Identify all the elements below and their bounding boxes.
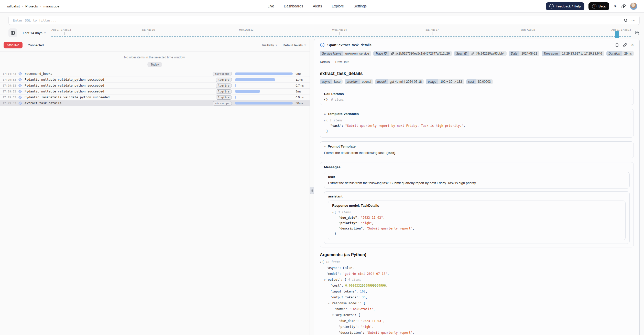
badge-service-name: Service Nameunknown_service [320,51,371,56]
python-line[interactable]: ∨'response_model': { [320,300,634,306]
live-header: Stop live Connected Visibility ∨ Default… [0,39,310,52]
default-levels-label: Default levels [283,43,303,47]
duration-bar [235,78,275,81]
default-levels-select[interactable]: Default levels ∨ [283,43,306,47]
badge-label: Date [509,51,519,56]
tree-chevron-icon[interactable]: ∨ [324,278,325,281]
copy-link-icon[interactable] [623,43,627,47]
timeline-row: Last 14 days ∨ Aug 07, 17:26:14Sat, Aug … [8,27,640,38]
badge-label: Trace ID [373,51,389,56]
span-diamond-icon [18,96,22,99]
prompt-template-title[interactable]: ∧ Prompt Template [324,144,630,148]
more-options-icon[interactable]: ··· [631,18,636,22]
link-icon[interactable] [471,52,474,55]
assistant-message-card: assistant Response model: TaskDetails ∨{… [324,191,630,244]
feedback-help-button[interactable]: ? Feedback / Help [546,2,584,10]
chevron-up-icon[interactable]: ∧ [324,112,326,115]
dock-panel-icon[interactable] [615,43,619,47]
share-link-icon[interactable] [621,4,626,8]
span-attr-badges: asyncfalseprovideropenaimodelgpt-4o-mini… [320,79,634,84]
chevron-up-icon[interactable]: ∧ [324,145,326,148]
scope-tag: mirascope [213,101,232,106]
python-line: 'input_tokens': 102, [320,289,634,295]
tree-chevron-icon[interactable]: ∨ [320,261,321,264]
beta-button[interactable]: i Beta [588,2,609,10]
empty-braces: {} [324,98,328,101]
day-separator-badge: Today [147,62,162,67]
visibility-label: Visibility [262,43,274,47]
badge-label: Time span [542,51,560,56]
tree-chevron-icon[interactable]: ∨ [328,302,330,305]
scope-tag: logfire [216,78,232,82]
user-avatar[interactable] [630,3,637,10]
close-icon[interactable]: × [631,43,634,47]
tab-live[interactable]: Live [268,0,274,12]
timeline-tick-label: Mon, Aug 19 [521,28,535,31]
tab-details[interactable]: Details [320,60,330,66]
badge-value: #c3b5157330ea5c1fd4572747af512d26 [389,51,452,56]
python-line[interactable]: ∨{ 10 items [320,259,634,265]
badge-span-id[interactable]: Span ID#9c942620aa93dbb4 [454,51,507,56]
timeline-tick-label: Mon, Aug 12 [239,28,253,31]
json-line: } [324,129,630,134]
zoom-in-icon[interactable] [635,30,640,35]
tab-dashboards[interactable]: Dashboards [284,0,303,12]
badge-trace-id[interactable]: Trace ID#c3b5157330ea5c1fd4572747af512d2… [373,51,452,56]
arguments-title: Arguments: (as Python) [320,253,634,257]
log-row[interactable]: 17:29:33Pydantic TaskDetails validate_py… [0,95,310,100]
json-line: "priority": "high", [332,221,621,226]
duration-bar [235,72,293,75]
json-line: } [332,231,621,237]
nav-right: ? Feedback / Help i Beta ☀ [546,2,637,10]
python-line[interactable]: ∨'arguments': { [320,312,634,318]
tree-chevron-icon[interactable]: ∨ [332,314,334,317]
info-icon: i [592,4,596,8]
tree-chevron-icon[interactable]: ∨ [324,119,325,122]
span-title-label: Span: [327,43,337,47]
time-range-select[interactable]: Last 14 days ∨ [23,31,46,35]
log-row[interactable]: 17:29:33Pydantic nullable validate_pytho… [0,89,310,95]
template-variables-title[interactable]: ∧ Template Variables [324,112,630,116]
sql-filter-input[interactable] [12,18,624,23]
beta-label: Beta [598,4,606,8]
tab-raw-data[interactable]: Raw Data [335,60,349,66]
template-variables-json: ∨{ 1 items"task": "Submit quarterly repo… [324,118,630,134]
tab-explore[interactable]: Explore [332,0,344,12]
breadcrumb-org[interactable]: willbakst [7,4,20,8]
tab-settings[interactable]: Settings [354,0,367,12]
breadcrumb-project[interactable]: mirascope [43,4,59,8]
log-row[interactable]: 17:29:33Pydantic nullable validate_pytho… [0,83,310,89]
timeline-selection[interactable] [615,31,619,38]
log-time: 17:29:33 [3,78,18,81]
json-line[interactable]: ∨{ 1 items [324,118,630,123]
span-diamond-icon [18,101,22,105]
panel-divider [310,39,314,335]
python-line[interactable]: ∨'output': { 4 items [320,277,634,283]
link-icon[interactable] [391,52,394,55]
sidebar-toggle-button[interactable] [8,28,17,37]
badge-value: false [332,79,343,84]
log-row[interactable]: 17:14:43recommend_booksmirascope9ms [0,71,310,77]
chevron-down-icon: ∨ [275,44,277,46]
timeline-strip[interactable]: Aug 07, 17:26:14Sat, Aug 10Mon, Aug 12We… [51,27,631,38]
json-line[interactable]: ∨{ 3 items [332,210,621,215]
theme-toggle-icon[interactable]: ☀ [613,4,617,9]
visibility-select[interactable]: Visibility ∨ [262,43,277,47]
duration-label: 9ms [296,72,307,75]
resize-grip-handle[interactable] [310,187,314,194]
badge-value: #9c942620aa93dbb4 [469,51,507,56]
badge-time-span: Time span17:29:33.917 to 17:29:33.946 [542,51,604,56]
scope-tag: mirascope [213,72,232,76]
tab-alerts[interactable]: Alerts [313,0,322,12]
call-params-title: Call Params [324,92,630,96]
stop-live-button[interactable]: Stop live [4,42,23,48]
log-name: recommend_books [25,72,52,76]
badge-label: cost [466,79,476,84]
tree-chevron-icon[interactable]: ∨ [332,211,334,214]
breadcrumb-projects[interactable]: Projects [25,4,38,8]
log-row[interactable]: 17:29:33Pydantic nullable validate_pytho… [0,77,310,83]
assistant-role-label: assistant [328,194,626,198]
sql-filter-bar: ··· [8,16,640,25]
search-icon[interactable] [624,18,628,23]
log-row[interactable]: 17:29:33extract_task_detailsmirascope30m… [0,100,310,106]
